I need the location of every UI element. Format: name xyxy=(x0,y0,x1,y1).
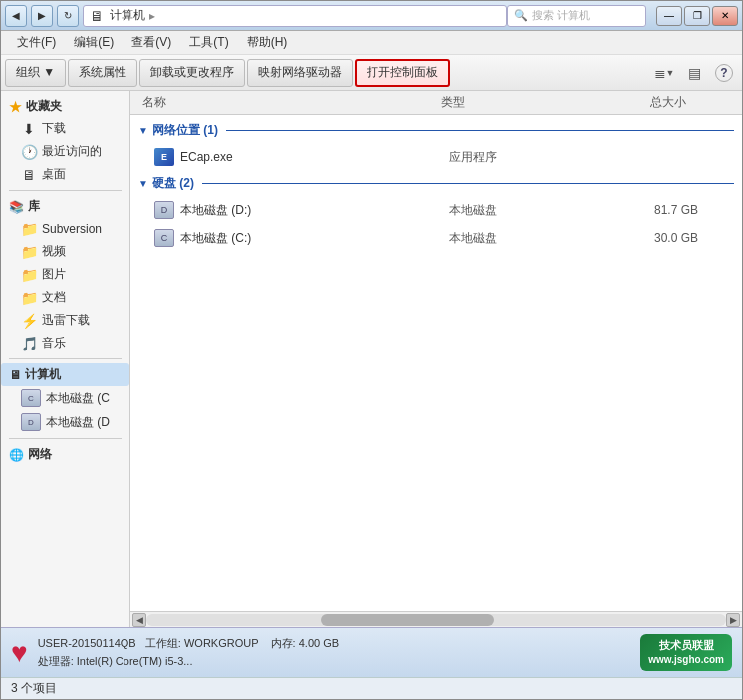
sidebar-divider-2 xyxy=(9,358,122,359)
scroll-right-button[interactable]: ▶ xyxy=(726,613,740,627)
item-count: 3 个项目 xyxy=(11,680,57,697)
status-user-line: USER-20150114QB 工作组: WORKGROUP 内存: 4.00 … xyxy=(38,635,631,653)
group-header-network: ▼ 网络位置 (1) xyxy=(130,118,742,143)
minimize-button[interactable]: — xyxy=(656,6,682,26)
sidebar-item-thunder[interactable]: ⚡ 迅雷下载 xyxy=(1,309,129,332)
sidebar-library-header: 📚 库 xyxy=(1,195,129,218)
sidebar-section-computer: 🖥 计算机 C 本地磁盘 (C D 本地磁盘 (D xyxy=(1,363,129,434)
group-expand-disk-icon: ▼ xyxy=(138,178,148,189)
ecap-type: 应用程序 xyxy=(449,149,599,166)
back-button[interactable]: ◀ xyxy=(5,5,27,27)
heart-icon: ♥ xyxy=(11,637,28,669)
view-toggle-button[interactable]: ≣ ▼ xyxy=(650,59,678,87)
breadcrumb[interactable]: 🖥 计算机 ▸ xyxy=(83,5,507,27)
title-bar-left: ◀ ▶ ↻ 🖥 计算机 ▸ xyxy=(5,5,507,27)
organize-button[interactable]: 组织 ▼ xyxy=(5,59,66,87)
sidebar-item-video[interactable]: 📁 视频 xyxy=(1,240,129,263)
sidebar-favorites-header: ★ 收藏夹 xyxy=(1,95,129,117)
library-icon: 📚 xyxy=(9,200,24,214)
sidebar-divider-3 xyxy=(9,438,122,439)
count-bar: 3 个项目 xyxy=(1,677,742,699)
sidebar-item-recent[interactable]: 🕐 最近访问的 xyxy=(1,140,129,163)
sidebar-section-favorites: ★ 收藏夹 ⬇ 下载 🕐 最近访问的 🖥 桌面 xyxy=(1,95,129,186)
sidebar-computer-header[interactable]: 🖥 计算机 xyxy=(1,363,129,386)
view-toggle-icon: ≣ xyxy=(654,65,666,81)
sidebar-item-drive-d[interactable]: D 本地磁盘 (D xyxy=(1,410,129,434)
sidebar-section-library: 📚 库 📁 Subversion 📁 视频 📁 图片 📁 文档 xyxy=(1,195,129,354)
sidebar-divider-1 xyxy=(9,190,122,191)
sidebar-network-header[interactable]: 🌐 网络 xyxy=(1,443,129,466)
view-dropdown-icon: ▼ xyxy=(666,68,675,78)
drive-c-list-icon: C xyxy=(154,229,174,247)
forward-button[interactable]: ▶ xyxy=(31,5,53,27)
drive-c-type: 本地磁盘 xyxy=(449,230,599,247)
menu-help[interactable]: 帮助(H) xyxy=(239,32,296,53)
scroll-track[interactable] xyxy=(146,614,726,626)
sidebar: ★ 收藏夹 ⬇ 下载 🕐 最近访问的 🖥 桌面 xyxy=(1,91,130,627)
drive-d-list-icon: D xyxy=(154,201,174,219)
drive-d-name: 本地磁盘 (D:) xyxy=(180,202,449,219)
sidebar-item-pictures[interactable]: 📁 图片 xyxy=(1,263,129,286)
sidebar-item-subversion[interactable]: 📁 Subversion xyxy=(1,218,129,240)
drive-d-type: 本地磁盘 xyxy=(449,202,599,219)
column-header: 名称 类型 总大小 可用空间 xyxy=(130,91,742,115)
window-controls: — ❐ ✕ xyxy=(656,6,738,26)
sidebar-item-download[interactable]: ⬇ 下载 xyxy=(1,117,129,140)
sidebar-item-documents[interactable]: 📁 文档 xyxy=(1,286,129,309)
computer-icon: 🖥 xyxy=(9,368,21,382)
open-control-panel-button[interactable]: 打开控制面板 xyxy=(355,59,450,87)
drive-c-name: 本地磁盘 (C:) xyxy=(180,230,449,247)
restore-button[interactable]: ❐ xyxy=(684,6,710,26)
status-bar: ♥ USER-20150114QB 工作组: WORKGROUP 内存: 4.0… xyxy=(1,627,742,677)
sidebar-item-drive-c[interactable]: C 本地磁盘 (C xyxy=(1,386,129,410)
search-icon: 🔍 xyxy=(514,9,528,22)
title-bar: ◀ ▶ ↻ 🖥 计算机 ▸ 🔍 搜索 计算机 — ❐ ✕ xyxy=(1,1,742,31)
menu-view[interactable]: 查看(V) xyxy=(124,32,179,53)
status-info: USER-20150114QB 工作组: WORKGROUP 内存: 4.00 … xyxy=(38,635,631,670)
menu-file[interactable]: 文件(F) xyxy=(9,32,64,53)
scroll-thumb[interactable] xyxy=(321,614,495,626)
download-icon: ⬇ xyxy=(21,121,37,137)
menu-edit[interactable]: 编辑(E) xyxy=(66,32,122,53)
desktop-icon: 🖥 xyxy=(21,167,37,183)
drive-c-total: 30.0 GB xyxy=(599,231,718,245)
pane-button[interactable]: ▤ xyxy=(680,59,708,87)
help-button[interactable]: ? xyxy=(710,59,738,87)
recent-icon: 🕐 xyxy=(21,144,37,160)
drive-d-icon: D xyxy=(21,413,41,431)
sidebar-section-network: 🌐 网络 xyxy=(1,443,129,466)
sidebar-item-music[interactable]: 🎵 音乐 xyxy=(1,332,129,354)
col-header-type[interactable]: 类型 xyxy=(437,94,587,111)
menu-bar: 文件(F) 编辑(E) 查看(V) 工具(T) 帮助(H) xyxy=(1,31,742,55)
toolbar: 组织 ▼ 系统属性 卸载或更改程序 映射网络驱动器 打开控制面板 ≣ ▼ ▤ ? xyxy=(1,55,742,91)
group-header-disk: ▼ 硬盘 (2) xyxy=(130,171,742,196)
music-icon: 🎵 xyxy=(21,336,37,351)
col-header-name[interactable]: 名称 xyxy=(138,94,437,111)
file-row-drive-c[interactable]: C 本地磁盘 (C:) 本地磁盘 30.0 GB 4.75 GB xyxy=(130,224,742,252)
sidebar-item-desktop[interactable]: 🖥 桌面 xyxy=(1,163,129,186)
search-bar[interactable]: 🔍 搜索 计算机 xyxy=(507,5,646,27)
horizontal-scrollbar[interactable]: ◀ ▶ xyxy=(130,611,742,627)
drive-c-icon: C xyxy=(21,389,41,407)
map-drive-button[interactable]: 映射网络驱动器 xyxy=(247,59,353,87)
file-row-drive-d[interactable]: D 本地磁盘 (D:) 本地磁盘 81.7 GB 25.5 GB xyxy=(130,196,742,224)
menu-tools[interactable]: 工具(T) xyxy=(181,32,236,53)
ecap-icon: E xyxy=(154,148,174,166)
thunder-icon: ⚡ xyxy=(21,313,37,329)
uninstall-program-button[interactable]: 卸载或更改程序 xyxy=(139,59,245,87)
ecap-name: ECap.exe xyxy=(180,150,449,164)
pictures-icon: 📁 xyxy=(21,267,37,283)
drive-d-free: 25.5 GB xyxy=(718,203,742,217)
refresh-button[interactable]: ↻ xyxy=(57,5,79,27)
close-button[interactable]: ✕ xyxy=(712,6,738,26)
file-area: 名称 类型 总大小 可用空间 ▼ 网络位置 (1) E ECap.exe 应用程… xyxy=(130,91,742,627)
col-header-total[interactable]: 总大小 xyxy=(587,94,706,111)
scroll-left-button[interactable]: ◀ xyxy=(132,613,146,627)
col-header-free[interactable]: 可用空间 xyxy=(706,94,742,111)
network-icon: 🌐 xyxy=(9,448,24,462)
pane-icon: ▤ xyxy=(688,65,701,81)
status-logo: 技术员联盟 www.jsgho.com xyxy=(640,634,732,671)
file-row-ecap[interactable]: E ECap.exe 应用程序 xyxy=(130,143,742,171)
video-icon: 📁 xyxy=(21,244,37,260)
system-properties-button[interactable]: 系统属性 xyxy=(68,59,137,87)
